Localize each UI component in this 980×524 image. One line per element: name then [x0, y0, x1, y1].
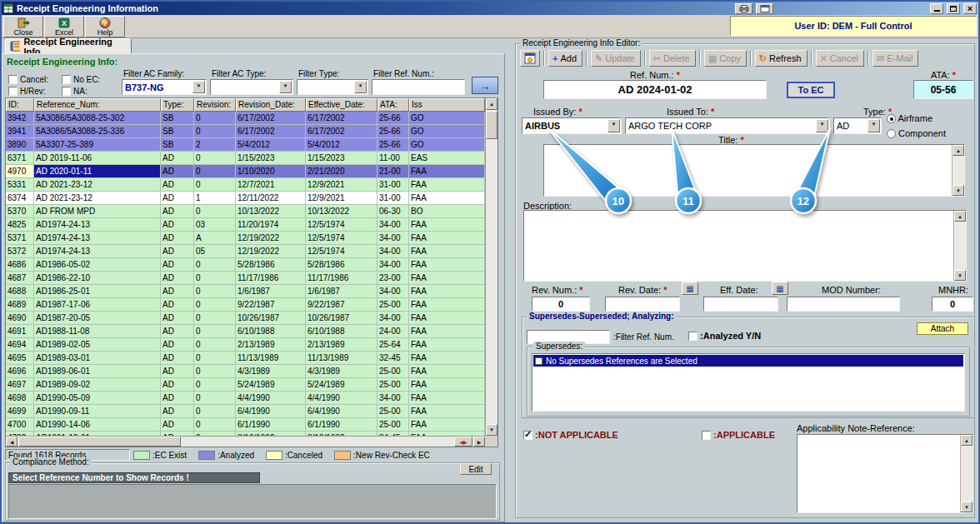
applicable-checkbox[interactable]: :APPLICABLE	[702, 430, 775, 440]
close-button[interactable]: Close	[3, 16, 43, 37]
rev-date-calendar-button[interactable]	[682, 282, 698, 295]
email-button[interactable]: ✉E-Mail	[872, 50, 918, 67]
analyzed-checkbox-box[interactable]	[688, 332, 698, 341]
column-header[interactable]: Effective_Date:	[306, 98, 378, 112]
table-row[interactable]: 38905A3307-25-389SB25/4/20125/4/201225-6…	[6, 138, 485, 152]
table-row[interactable]: 6371AD 2019-11-06AD01/15/20231/15/202311…	[6, 152, 485, 165]
cancel-checkbox-box[interactable]	[8, 75, 18, 84]
h-rev-checkbox[interactable]: H/Rev:	[8, 86, 46, 96]
applicability-note-textarea[interactable]	[797, 434, 973, 513]
column-header[interactable]: ATA:	[378, 98, 409, 112]
cancel-checkbox[interactable]: Cancel:	[8, 74, 48, 84]
table-row[interactable]: 4970AD 2020-01-11AD01/10/20202/21/202021…	[6, 165, 485, 178]
cancel-button[interactable]: ✕Cancel	[816, 50, 864, 67]
attach-button[interactable]: Attach	[917, 322, 968, 335]
airframe-radio-button[interactable]	[887, 114, 896, 123]
eff-date-calendar-button[interactable]	[772, 282, 788, 295]
table-row[interactable]: 5370AD FROM MPDAD010/13/202210/13/202206…	[6, 205, 485, 218]
column-header[interactable]: Revision_Date:	[236, 98, 306, 112]
scroll-up-button[interactable]	[486, 98, 498, 110]
excel-button[interactable]: X Excel	[44, 16, 84, 37]
analyzed-checkbox[interactable]: :Analyzed Y/N	[688, 331, 761, 341]
table-row[interactable]: 5371AD1974-24-13ADA12/19/202212/5/197434…	[6, 232, 485, 245]
scroll-down-button[interactable]	[954, 270, 966, 281]
ata-field[interactable]: 05-56	[913, 80, 973, 99]
record-nav-button[interactable]: ◀▶	[454, 437, 472, 447]
not-applicable-checkbox[interactable]: :NOT APPLICABLE	[523, 430, 618, 440]
scroll-down-button[interactable]	[961, 502, 972, 512]
table-row[interactable]: 4689AD1987-17-06AD09/22/19879/22/198725-…	[6, 298, 485, 312]
scroll-thumb[interactable]	[18, 437, 181, 447]
na-checkbox[interactable]: NA:	[62, 86, 88, 96]
description-scrollbar[interactable]	[953, 211, 966, 281]
table-row[interactable]: 4696AD1989-06-01AD04/3/19894/3/198925-00…	[6, 365, 485, 378]
applicability-scrollbar[interactable]	[960, 435, 972, 512]
scroll-up-button[interactable]	[952, 145, 964, 156]
table-row[interactable]: 39425A3086/5A3088-25-302SB06/17/20026/17…	[6, 112, 485, 125]
chevron-down-icon[interactable]	[279, 81, 292, 93]
no-ec-checkbox[interactable]: No EC:	[62, 74, 100, 84]
table-row[interactable]: 4699AD1990-09-11AD06/4/19906/4/199025-00…	[6, 405, 485, 418]
table-row[interactable]: 6374AD 2021-23-12AD112/11/202212/9/20213…	[6, 192, 485, 205]
help-button[interactable]: ? Help	[85, 16, 125, 37]
add-button[interactable]: +Add	[548, 50, 582, 67]
column-header[interactable]: Revision:	[194, 98, 236, 112]
minimize-button[interactable]	[930, 3, 943, 14]
na-checkbox-box[interactable]	[62, 87, 71, 96]
filter-ref-num-input[interactable]	[372, 79, 465, 95]
column-header[interactable]: Reference_Num:	[34, 98, 161, 112]
title-button-send[interactable]	[735, 3, 752, 14]
update-button[interactable]: ✎Update	[591, 50, 641, 67]
rev-num-field[interactable]: 0	[532, 297, 590, 312]
ref-num-field[interactable]: AD 2024-01-02	[543, 80, 767, 99]
not-applicable-checkbox-box[interactable]	[523, 431, 532, 440]
filter-ac-type-select[interactable]	[210, 79, 293, 95]
scroll-up-button[interactable]	[961, 435, 972, 446]
records-grid[interactable]: ID:Reference_Num:Type:Revision:Revision_…	[5, 97, 498, 447]
to-ec-button[interactable]: To EC	[787, 82, 835, 98]
maximize-button[interactable]	[947, 3, 960, 14]
table-row[interactable]: 4700AD1990-14-06AD06/1/19906/1/199025-00…	[6, 418, 485, 432]
table-row[interactable]: 4686AD1986-05-02AD05/28/19865/28/198634-…	[6, 258, 485, 272]
scroll-left-button[interactable]	[6, 437, 18, 447]
column-header[interactable]: Iss	[409, 98, 485, 112]
grid-horizontal-scrollbar[interactable]: ◀▶	[6, 436, 485, 447]
grid-vertical-scrollbar[interactable]	[485, 98, 498, 436]
eff-date-field[interactable]	[703, 297, 778, 312]
title-button-window[interactable]	[756, 3, 773, 14]
scroll-down-button[interactable]	[952, 185, 964, 196]
table-row[interactable]: 4695AD1989-03-01AD011/13/198911/13/19893…	[6, 352, 485, 365]
title-scrollbar[interactable]	[952, 145, 964, 196]
tab-receipt-engineering-info[interactable]: Receipt Engineering Info	[5, 38, 132, 54]
list-item-checkbox[interactable]	[535, 357, 542, 365]
edit-button[interactable]: Edit	[460, 463, 492, 475]
scroll-up-button[interactable]	[954, 211, 966, 222]
refresh-button[interactable]: ↻Refresh	[755, 50, 808, 67]
table-row[interactable]: 5372AD1974-24-13AD0512/19/202212/5/19743…	[6, 245, 485, 258]
table-row[interactable]: 4694AD1989-02-05AD02/13/19892/13/198925-…	[6, 338, 485, 352]
filter-ac-family-select[interactable]: B737-NG	[122, 79, 207, 95]
mnhr-field[interactable]: 0	[932, 297, 973, 312]
table-row[interactable]: 4691AD1988-11-08AD06/10/19886/10/198824-…	[6, 325, 485, 338]
component-radio-button[interactable]	[887, 129, 896, 138]
chevron-down-icon[interactable]	[192, 81, 205, 93]
table-row[interactable]: 4825AD1974-24-13AD0311/20/197412/5/19743…	[6, 218, 485, 232]
delete-button[interactable]: ✂Delete	[649, 50, 696, 67]
scroll-down-button[interactable]	[486, 424, 498, 436]
apply-filter-button[interactable]: →	[472, 77, 498, 94]
form-tools-button[interactable]	[520, 50, 540, 67]
table-row[interactable]: 4697AD1989-09-02AD05/24/19895/24/198925-…	[6, 378, 485, 392]
column-header[interactable]: Type:	[161, 98, 194, 112]
chevron-down-icon[interactable]	[354, 81, 367, 93]
rev-date-field[interactable]	[605, 297, 680, 312]
component-radio[interactable]: Component	[887, 128, 946, 138]
supersedes-list-item[interactable]: No Supersedes References are Selected	[533, 355, 963, 367]
h-rev-checkbox-box[interactable]	[8, 87, 18, 96]
applicable-checkbox-box[interactable]	[702, 431, 711, 440]
table-row[interactable]: 4690AD1987-20-05AD010/26/198710/26/19873…	[6, 312, 485, 325]
title-bar[interactable]: Receipt Engineering Information	[2, 2, 978, 15]
supersedes-list[interactable]: No Supersedes References are Selected	[532, 353, 965, 412]
description-textarea[interactable]	[523, 210, 967, 282]
no-ec-checkbox-box[interactable]	[62, 75, 71, 84]
table-row[interactable]: 5331AD 2021-23-12AD012/7/202112/9/202131…	[6, 178, 485, 192]
